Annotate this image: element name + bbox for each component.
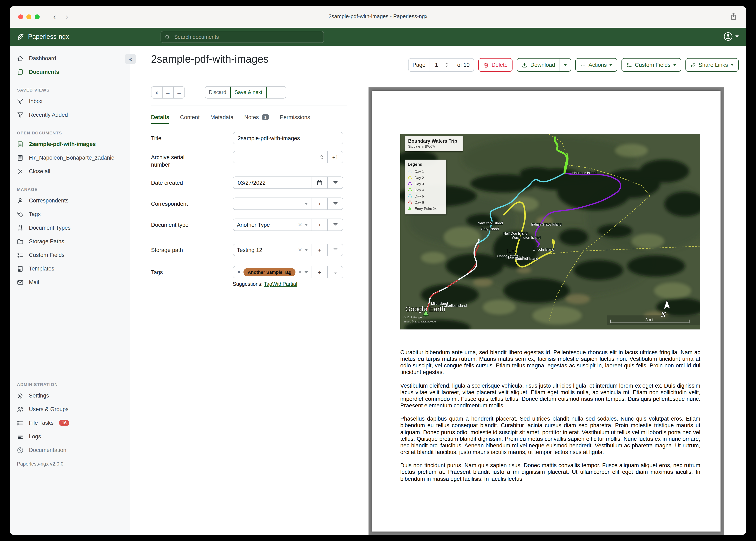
date-created-label: Date created: [151, 179, 205, 187]
previous-document-button[interactable]: ←: [163, 87, 174, 98]
chevron-down-icon[interactable]: [305, 203, 308, 205]
tags-select[interactable]: ✕ Another Sample Tag ✕: [233, 266, 312, 278]
island-label: New York Island: [478, 221, 503, 225]
sidebar-item-2sample-pdf-with-images[interactable]: 2sample-pdf-with-images: [10, 137, 130, 151]
add-document-type-button[interactable]: +: [312, 219, 328, 231]
sidebar-item-inbox[interactable]: Inbox: [10, 94, 130, 108]
add-storage-path-button[interactable]: +: [312, 244, 328, 256]
discard-button[interactable]: Discard: [205, 87, 230, 98]
chevron-down-icon[interactable]: [305, 249, 308, 251]
actions-button[interactable]: Actions: [575, 58, 618, 72]
question-icon: [17, 447, 24, 453]
pdf-viewer-frame[interactable]: Hausons IslandNew York IslandGary Island…: [369, 87, 724, 535]
download-button[interactable]: Download: [517, 59, 560, 71]
correspondent-filter-button[interactable]: [328, 198, 343, 210]
correspondent-select[interactable]: [233, 198, 312, 210]
date-created-input[interactable]: [237, 179, 308, 186]
sidebar-item-label: Tags: [29, 211, 41, 217]
google-earth-logo: Google Earth: [405, 305, 445, 313]
legend-title: Legend: [408, 162, 443, 167]
tab-metadata[interactable]: Metadata: [210, 111, 234, 123]
sidebar-item-label: Correspondents: [29, 198, 69, 204]
global-search[interactable]: [161, 31, 324, 43]
sidebar-item-recently-added[interactable]: Recently Added: [10, 108, 130, 122]
chevron-down-icon[interactable]: [305, 224, 308, 226]
divider: [151, 106, 347, 106]
sidebar-item-close-all[interactable]: Close all: [10, 165, 130, 178]
app-brand[interactable]: Paperless-ngx: [17, 28, 69, 46]
storage-path-select[interactable]: Testing 12 ✕: [233, 244, 312, 256]
title-input[interactable]: [237, 135, 339, 142]
date-filter-button[interactable]: [328, 177, 343, 189]
add-tag-button[interactable]: +: [312, 266, 328, 278]
clear-icon[interactable]: ✕: [298, 269, 302, 275]
tab-content[interactable]: Content: [180, 111, 200, 123]
sidebar-heading-administration: ADMINISTRATION: [17, 382, 130, 387]
sidebar-item-label: Dashboard: [29, 55, 56, 61]
stepper-icon[interactable]: [445, 62, 449, 68]
asn-input[interactable]: [237, 154, 317, 161]
sidebar-item-dashboard[interactable]: Dashboard: [10, 52, 130, 65]
clear-icon[interactable]: ✕: [298, 247, 302, 253]
share-links-button[interactable]: Share Links: [685, 58, 739, 72]
dots-icon: [580, 62, 586, 68]
link-icon: [690, 62, 696, 68]
sidebar-item-templates[interactable]: Templates: [10, 262, 130, 275]
sidebar-item-correspondents[interactable]: Correspondents: [10, 194, 130, 208]
sidebar-item-label: Mail: [29, 279, 39, 285]
trash-icon: [483, 62, 489, 68]
sidebar-item-h7-napoleon-bonaparte-zadanie[interactable]: H7_Napoleon_Bonaparte_zadanie: [10, 151, 130, 165]
legend-item-entry-point-24: Entry Point 24: [408, 205, 443, 212]
sidebar-item-label: Inbox: [29, 98, 43, 104]
map-text-annotation: Text: [506, 248, 516, 254]
download-icon: [522, 62, 527, 68]
hash-icon: [17, 225, 24, 231]
asn-plus-one-button[interactable]: +1: [328, 151, 343, 163]
delete-button[interactable]: Delete: [478, 58, 513, 72]
save-and-next-button[interactable]: Save & next: [230, 86, 267, 99]
tag-chip[interactable]: Another Sample Tag: [243, 268, 295, 276]
sidebar-item-documents[interactable]: Documents: [10, 65, 130, 79]
tags-filter-button[interactable]: [328, 266, 343, 278]
sidebar-item-file-tasks[interactable]: File Tasks16: [10, 416, 130, 430]
user-menu[interactable]: [723, 32, 739, 41]
user-avatar-icon: [723, 32, 733, 41]
tab-details[interactable]: Details: [151, 111, 169, 123]
sidebar-item-logs[interactable]: Logs: [10, 430, 130, 443]
sidebar-item-mail[interactable]: Mail: [10, 275, 130, 289]
share-icon[interactable]: [730, 12, 737, 22]
remove-tag-icon[interactable]: ✕: [237, 269, 241, 275]
sidebar-item-custom-fields[interactable]: Custom Fields: [10, 248, 130, 262]
clear-icon[interactable]: ✕: [298, 222, 302, 228]
stepper-icon[interactable]: [320, 154, 324, 160]
chevron-down-icon[interactable]: [305, 271, 308, 273]
document-paragraph: Phasellus dapibus quam a hendrerit place…: [400, 416, 700, 456]
download-options-button[interactable]: [560, 59, 571, 71]
save-button[interactable]: Save: [267, 86, 287, 99]
page-number-input[interactable]: [434, 61, 442, 68]
add-correspondent-button[interactable]: +: [312, 198, 328, 210]
suggestion-link[interactable]: TagWithPartial: [264, 281, 297, 287]
close-document-button[interactable]: x: [151, 87, 163, 98]
storage-path-filter-button[interactable]: [328, 244, 343, 256]
sidebar-item-tags[interactable]: Tags: [10, 208, 130, 221]
calendar-button[interactable]: [312, 177, 328, 189]
tab-permissions[interactable]: Permissions: [280, 111, 310, 123]
sidebar-item-documentation[interactable]: Documentation: [10, 443, 130, 457]
sidebar-item-storage-paths[interactable]: Storage Paths: [10, 235, 130, 248]
sidebar-item-label: Settings: [29, 392, 49, 399]
sidebar-item-settings[interactable]: Settings: [10, 389, 130, 402]
tab-label: Metadata: [210, 114, 234, 120]
document-text: Curabitur bibendum ante urna, sed blandi…: [400, 349, 700, 489]
gear-icon: [17, 392, 24, 399]
document-type-filter-button[interactable]: [328, 219, 343, 231]
sidebar-collapse-button[interactable]: «: [125, 54, 136, 64]
document-type-select[interactable]: Another Type ✕: [233, 219, 312, 231]
search-input[interactable]: [173, 33, 320, 40]
next-document-button[interactable]: →: [174, 87, 184, 98]
logs-icon: [17, 433, 24, 440]
sidebar-item-document-types[interactable]: Document Types: [10, 221, 130, 235]
tab-notes[interactable]: Notes1: [244, 111, 269, 123]
custom-fields-button[interactable]: Custom Fields: [622, 58, 681, 72]
sidebar-item-users-groups[interactable]: Users & Groups: [10, 402, 130, 416]
